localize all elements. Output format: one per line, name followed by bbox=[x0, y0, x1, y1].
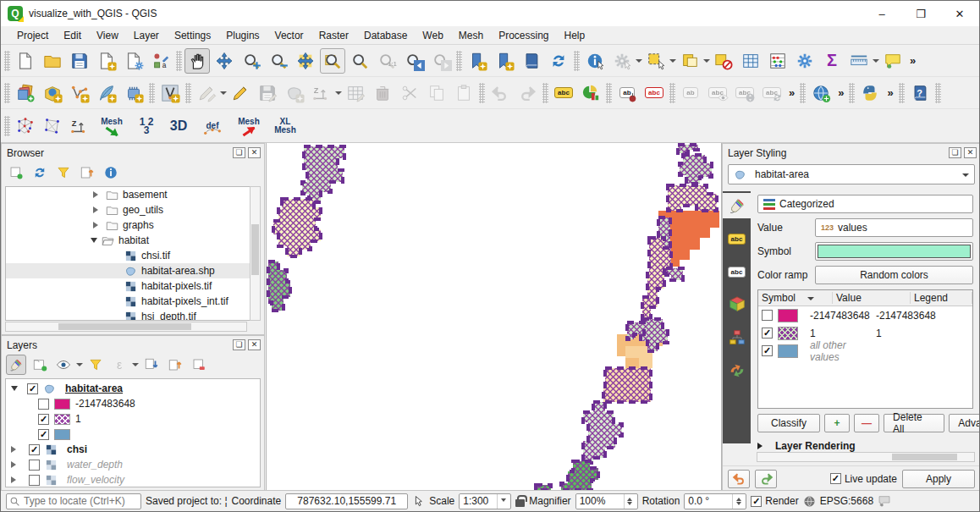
row-swatch[interactable] bbox=[778, 327, 798, 340]
toolbar-handle[interactable] bbox=[149, 83, 155, 103]
renderer-combo[interactable]: Categorized bbox=[757, 195, 973, 213]
open-layer-styling-button[interactable] bbox=[6, 355, 26, 375]
live-update-checkbox[interactable]: ✓ Live update bbox=[830, 473, 897, 485]
map-tips-button[interactable] bbox=[880, 48, 906, 74]
browser-item-habitat[interactable]: habitat bbox=[6, 233, 260, 248]
new-project-button[interactable] bbox=[13, 48, 38, 74]
layer-rendering-section[interactable]: Layer Rendering bbox=[757, 440, 973, 452]
layer-checkbox[interactable] bbox=[29, 475, 40, 486]
expand-icon[interactable] bbox=[93, 191, 102, 198]
measure-button[interactable] bbox=[846, 48, 872, 74]
label-toolbar-overflow[interactable]: » bbox=[785, 86, 798, 99]
bookmark-manager-button[interactable] bbox=[519, 48, 544, 74]
menu-raster[interactable]: Raster bbox=[311, 28, 356, 43]
coordinate-input[interactable] bbox=[285, 493, 408, 509]
menu-web[interactable]: Web bbox=[415, 28, 450, 43]
mesh-digitizing-button[interactable] bbox=[13, 113, 38, 139]
show-hidden-labels-button[interactable]: abc bbox=[705, 80, 730, 106]
collapse-icon[interactable] bbox=[11, 386, 18, 394]
coordinate-display-toggle-icon[interactable] bbox=[412, 495, 425, 508]
filter-expression-dropdown[interactable] bbox=[132, 352, 139, 377]
zoom-last-button[interactable] bbox=[401, 48, 427, 74]
layer-item-chsi[interactable]: ✓ chsi bbox=[6, 442, 260, 457]
remove-category-button[interactable]: — bbox=[854, 414, 879, 432]
styling-close-button[interactable]: ✕ bbox=[964, 147, 977, 158]
new-geopackage-layer-button[interactable] bbox=[40, 80, 65, 106]
highlight-pinned-labels-button[interactable]: abc bbox=[641, 80, 667, 106]
maximize-button[interactable]: ❒ bbox=[901, 1, 940, 26]
new-project-from-template-button[interactable] bbox=[94, 48, 119, 74]
web-toolbar-overflow[interactable]: » bbox=[834, 86, 847, 99]
collapse-icon[interactable] bbox=[91, 238, 97, 246]
browser-item-geo-utils[interactable]: geo_utils bbox=[6, 202, 260, 217]
row-swatch[interactable] bbox=[778, 309, 798, 322]
class-checkbox[interactable]: ✓ bbox=[38, 429, 49, 440]
crs-status[interactable]: EPSG:5668 bbox=[820, 495, 873, 507]
pan-map-button[interactable] bbox=[184, 48, 210, 74]
add-group-button[interactable] bbox=[30, 355, 50, 375]
toolbar-overflow[interactable]: » bbox=[906, 54, 919, 67]
toolbar-handle[interactable] bbox=[185, 83, 191, 103]
new-shapefile-layer-button[interactable] bbox=[67, 80, 92, 106]
move-label-button[interactable]: abc bbox=[732, 80, 757, 106]
layer-checkbox[interactable]: ✓ bbox=[29, 444, 40, 455]
pin-labels-button[interactable]: ab bbox=[614, 80, 640, 106]
style-manager-button[interactable]: a bbox=[148, 48, 173, 74]
render-checkbox[interactable]: ✓ Render bbox=[751, 495, 798, 507]
layer-labeling-button[interactable]: abc bbox=[551, 80, 576, 106]
row-checkbox[interactable]: ✓ bbox=[762, 345, 773, 356]
expand-all-button[interactable] bbox=[141, 355, 162, 375]
layer-diagram-button[interactable] bbox=[578, 80, 603, 106]
layer-checkbox[interactable]: ✓ bbox=[27, 383, 38, 394]
map-themes-dropdown[interactable] bbox=[76, 352, 83, 377]
toolbar-handle[interactable] bbox=[606, 83, 612, 103]
refresh-map-button[interactable] bbox=[546, 48, 571, 74]
open-attribute-table-button[interactable] bbox=[738, 48, 763, 74]
filter-legend-button[interactable] bbox=[85, 355, 106, 375]
cut-features-button[interactable] bbox=[397, 80, 422, 106]
tab-3d-view[interactable] bbox=[723, 292, 751, 317]
mesh-import-button[interactable]: Mesh bbox=[231, 113, 267, 139]
browser-item-basement[interactable]: basement bbox=[6, 187, 260, 202]
toolbar-handle[interactable] bbox=[574, 51, 580, 71]
rotation-spinner[interactable] bbox=[684, 493, 746, 509]
feature-action-dropdown[interactable] bbox=[636, 48, 642, 74]
processing-toolbox-button[interactable] bbox=[792, 48, 818, 74]
mesh-xl-button[interactable]: XLMesh bbox=[268, 113, 302, 139]
redo-button[interactable] bbox=[515, 80, 540, 106]
styling-layer-selector[interactable]: habitat-area bbox=[728, 164, 975, 184]
current-edits-dropdown[interactable] bbox=[220, 80, 227, 106]
layer-class-other[interactable]: ✓ bbox=[6, 427, 260, 442]
toolbar-handle[interactable] bbox=[800, 83, 806, 103]
browser-horizontal-scrollbar[interactable] bbox=[5, 322, 247, 332]
toolbar-handle[interactable] bbox=[542, 83, 548, 103]
browser-close-button[interactable]: ✕ bbox=[248, 147, 261, 158]
class-checkbox[interactable] bbox=[38, 399, 49, 410]
new-temporary-scratch-layer-button[interactable] bbox=[121, 80, 146, 106]
toolbar-handle[interactable] bbox=[4, 83, 10, 103]
statistical-summary-button[interactable] bbox=[765, 48, 790, 74]
row-checkbox[interactable] bbox=[762, 310, 773, 321]
rotation-input[interactable] bbox=[685, 494, 732, 509]
menu-settings[interactable]: Settings bbox=[167, 28, 218, 43]
python-console-button[interactable] bbox=[857, 80, 883, 106]
zoom-to-layer-button[interactable] bbox=[320, 48, 345, 74]
browser-item-habitat-pixels-int-tif[interactable]: habitat-pixels_int.tif bbox=[6, 294, 260, 309]
layers-float-button[interactable]: ❏ bbox=[233, 339, 245, 350]
column-symbol[interactable]: Symbol bbox=[758, 292, 833, 304]
tab-symbology[interactable] bbox=[723, 193, 751, 218]
styling-undo-button[interactable] bbox=[728, 470, 750, 488]
mesh-transform-button[interactable] bbox=[67, 113, 92, 139]
menu-database[interactable]: Database bbox=[356, 28, 415, 43]
select-features-dropdown[interactable] bbox=[669, 48, 676, 74]
class-row-other[interactable]: ✓ all other values bbox=[758, 342, 972, 360]
rotate-label-button[interactable]: abc bbox=[759, 80, 785, 106]
metasearch-button[interactable] bbox=[808, 80, 834, 106]
browser-collapse-all-button[interactable] bbox=[77, 162, 97, 183]
expand-icon[interactable] bbox=[93, 222, 102, 228]
layer-item-flow-velocity[interactable]: flow_velocity bbox=[6, 472, 260, 487]
tab-diagrams[interactable] bbox=[723, 325, 751, 350]
expand-icon[interactable] bbox=[11, 446, 19, 453]
layer-checkbox[interactable] bbox=[29, 460, 40, 471]
project-properties-button[interactable] bbox=[121, 48, 146, 74]
